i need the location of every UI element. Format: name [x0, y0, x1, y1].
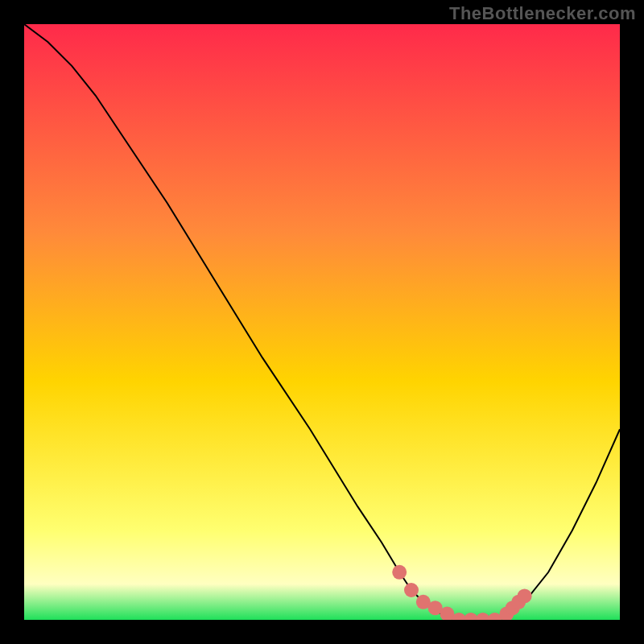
watermark-text: TheBottlenecker.com: [449, 3, 636, 24]
gradient-background: [24, 24, 620, 620]
sweet-spot-marker: [404, 583, 419, 597]
chart-frame: TheBottlenecker.com: [0, 0, 644, 644]
sweet-spot-marker: [392, 565, 407, 580]
sweet-spot-marker: [518, 588, 532, 603]
chart-svg: [24, 24, 620, 620]
